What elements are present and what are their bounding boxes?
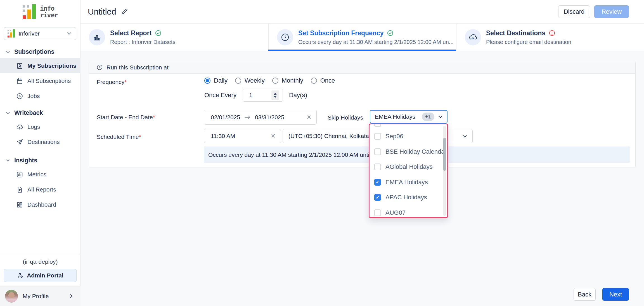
holiday-option-emea-holidays[interactable]: EMEA Holidays xyxy=(370,175,443,190)
holiday-option-aglobal-holidays[interactable]: AGlobal Holidays xyxy=(370,159,443,175)
checkbox-checked-icon[interactable] xyxy=(374,179,381,186)
sidebar-nav: Subscriptions My Subscriptions All Subsc… xyxy=(0,45,80,212)
holiday-option-aug07[interactable]: AUG07 xyxy=(370,205,443,218)
back-button[interactable]: Back xyxy=(574,288,596,301)
date-range-input[interactable]: 02/01/2025 03/31/2025 ✕ xyxy=(204,110,317,125)
sidebar-item-all-reports[interactable]: All Reports xyxy=(0,182,80,197)
radio-icon xyxy=(272,78,278,84)
skip-holidays-value: EMEA Holidays xyxy=(375,113,418,120)
success-check-icon xyxy=(387,30,394,36)
checkbox-checked-icon[interactable] xyxy=(374,194,381,201)
time-value: 11:30 AM xyxy=(211,133,271,139)
step-subtitle: Report : Inforiver Datasets xyxy=(110,39,175,45)
sidebar-item-logs[interactable]: Logs xyxy=(0,119,80,134)
sidebar-item-label: Destinations xyxy=(27,139,60,145)
step-select-report[interactable]: Select Report Report : Inforiver Dataset… xyxy=(80,24,268,51)
discard-button[interactable]: Discard xyxy=(558,5,590,18)
calendar-icon xyxy=(16,78,23,85)
radio-label: Once xyxy=(320,77,335,84)
active-step-indicator xyxy=(268,50,456,51)
clear-time-icon[interactable]: ✕ xyxy=(271,133,276,139)
scheduled-time-label: Scheduled Time* xyxy=(97,134,141,140)
radio-once[interactable]: Once xyxy=(311,77,335,84)
workspace-selector[interactable]: Inforiver xyxy=(4,27,76,40)
checkbox-icon[interactable] xyxy=(374,133,381,140)
panel-title: Run this Subscription at xyxy=(106,64,169,71)
sidebar-item-dashboard[interactable]: Dashboard xyxy=(0,197,80,212)
clock-icon xyxy=(277,29,293,45)
step-title: Select Destinations xyxy=(486,29,545,37)
holiday-option-label: AGlobal Holidays xyxy=(385,163,433,170)
sidebar-item-label: Logs xyxy=(27,123,40,130)
chevron-down-icon xyxy=(438,114,443,120)
section-label: Subscriptions xyxy=(14,48,54,55)
holiday-option-apac-holidays[interactable]: APAC Holidays xyxy=(370,190,443,205)
chevron-down-icon xyxy=(6,158,10,163)
interval-suffix-label: Day(s) xyxy=(289,92,307,99)
section-insights[interactable]: Insights xyxy=(0,154,80,167)
app-window: info river Inforiver Subscriptions xyxy=(0,0,644,306)
edit-title-icon[interactable] xyxy=(121,8,128,15)
sidebar-item-label: Metrics xyxy=(27,171,46,178)
holiday-option-bse-holiday-calendar[interactable]: BSE Holiday Calendar xyxy=(370,144,443,160)
top-bar: Untitled Discard Review xyxy=(80,0,644,24)
review-button[interactable]: Review xyxy=(594,5,629,18)
stepper: Select Report Report : Inforiver Dataset… xyxy=(80,24,644,51)
dashboard-grid-icon xyxy=(16,201,23,208)
date-range-label: Start Date - End Date* xyxy=(97,114,155,121)
cloud-upload-icon xyxy=(16,123,23,130)
step-title: Set Subscription Frequency xyxy=(298,29,383,37)
end-date-value[interactable]: 03/31/2025 xyxy=(255,114,284,121)
sidebar-item-label: All Reports xyxy=(27,186,56,193)
document-icon xyxy=(16,186,23,193)
inforiver-logo-icon xyxy=(23,4,37,19)
checkbox-icon[interactable] xyxy=(374,163,381,170)
workspace-name: Inforiver xyxy=(18,30,63,37)
holiday-option-label: AUG07 xyxy=(385,209,406,216)
sidebar-item-my-subscriptions[interactable]: My Subscriptions xyxy=(0,58,80,73)
radio-monthly[interactable]: Monthly xyxy=(272,77,303,84)
subscription-frequency-panel: Run this Subscription at Frequency* Dail… xyxy=(89,61,636,167)
subscription-title: Untitled xyxy=(88,7,116,17)
chevron-right-icon xyxy=(69,294,74,299)
holiday-option-sep06[interactable]: Sep06 xyxy=(370,129,443,144)
checkbox-icon[interactable] xyxy=(374,209,381,216)
frequency-label: Frequency* xyxy=(97,79,127,85)
holiday-calendar-list: Sep06 BSE Holiday Calendar AGlobal Holid… xyxy=(370,129,443,218)
environment-label: (ir-qa-deploy) xyxy=(0,258,80,265)
chevron-down-icon xyxy=(462,134,467,139)
holiday-option-label: BSE Holiday Calendar xyxy=(385,148,443,155)
number-stepper[interactable] xyxy=(271,90,279,100)
step-select-destinations[interactable]: Select Destinations Please configure ema… xyxy=(456,24,644,51)
interval-value: 1 xyxy=(249,92,271,99)
clear-dates-icon[interactable]: ✕ xyxy=(306,114,311,121)
workspace-logo-icon xyxy=(8,29,15,38)
interval-prefix-label: Once Every xyxy=(204,92,236,99)
admin-portal-button[interactable]: Admin Portal xyxy=(4,269,77,282)
start-date-value[interactable]: 02/01/2025 xyxy=(211,114,240,121)
checkbox-icon[interactable] xyxy=(374,148,381,155)
sidebar-item-metrics[interactable]: Metrics xyxy=(0,167,80,182)
section-writeback[interactable]: Writeback xyxy=(0,106,80,119)
sidebar-footer: (ir-qa-deploy) Admin Portal My Profile xyxy=(0,255,80,306)
sidebar-item-label: Dashboard xyxy=(27,201,56,208)
holiday-option-label: EMEA Holidays xyxy=(385,179,428,186)
interval-value-input[interactable]: 1 xyxy=(243,89,283,102)
my-profile-row[interactable]: My Profile xyxy=(0,286,80,306)
inforiver-logo: info river xyxy=(0,0,80,24)
next-button[interactable]: Next xyxy=(602,288,629,301)
sidebar-item-all-subscriptions[interactable]: All Subscriptions xyxy=(0,73,80,88)
radio-weekly[interactable]: Weekly xyxy=(235,77,265,84)
radio-daily[interactable]: Daily xyxy=(204,77,228,84)
arrow-right-icon xyxy=(244,115,251,120)
radio-label: Weekly xyxy=(245,77,265,84)
sidebar-item-jobs[interactable]: Jobs xyxy=(0,88,80,104)
step-set-subscription-frequency[interactable]: Set Subscription Frequency Occurs every … xyxy=(268,24,456,51)
sidebar: info river Inforiver Subscriptions xyxy=(0,0,80,306)
dropdown-scrollbar-thumb[interactable] xyxy=(443,138,446,171)
radio-label: Monthly xyxy=(282,77,303,84)
skip-holidays-select[interactable]: EMEA Holidays +1 xyxy=(370,110,448,123)
section-subscriptions[interactable]: Subscriptions xyxy=(0,45,80,58)
sidebar-item-destinations[interactable]: Destinations xyxy=(0,134,80,150)
scheduled-time-input[interactable]: 11:30 AM ✕ xyxy=(204,129,281,143)
